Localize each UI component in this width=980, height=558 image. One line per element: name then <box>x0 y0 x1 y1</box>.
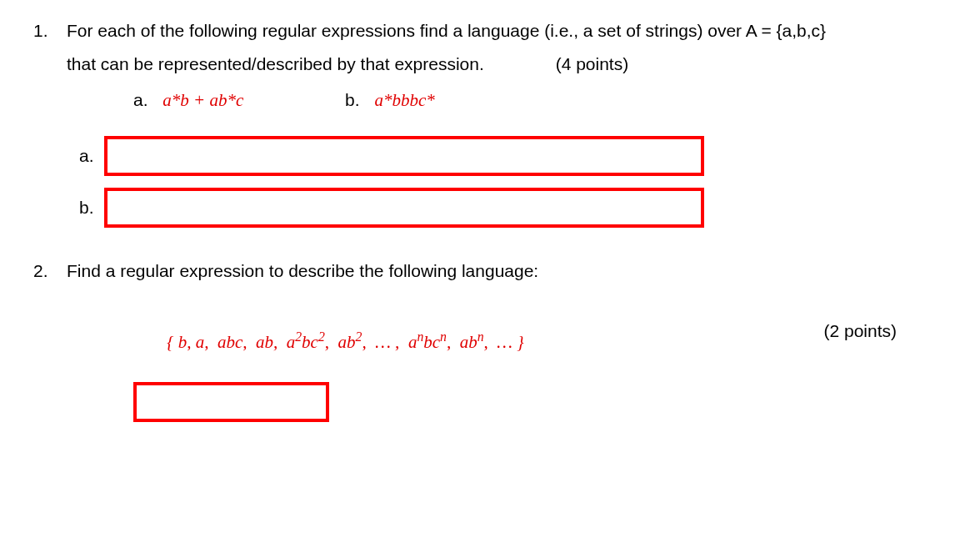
q1-answer-b-label: b. <box>79 194 104 222</box>
q1-text-line2-row: that can be represented/described by tha… <box>67 50 947 78</box>
question-2: 2. Find a regular expression to describe… <box>33 257 947 422</box>
q1-text-line2: that can be represented/described by tha… <box>67 54 484 73</box>
q1-header: 1. For each of the following regular exp… <box>33 17 947 45</box>
q1-part-a-regex: a*b + ab*c <box>162 90 243 110</box>
q1-answer-a-box[interactable] <box>104 136 704 176</box>
q1-text-line1: For each of the following regular expres… <box>67 17 947 45</box>
q1-points: (4 points) <box>556 50 629 78</box>
q2-number: 2. <box>33 257 67 285</box>
q2-text: Find a regular expression to describe th… <box>67 257 947 285</box>
q1-part-b-regex: a*bbbc* <box>374 90 434 110</box>
q1-part-b-label: b. <box>345 86 360 114</box>
q1-answer-a-label: a. <box>79 142 104 170</box>
q1-answer-area: a. b. <box>79 136 947 228</box>
q2-language-set: { b, a, abc, ab, a2bc2, ab2, … , anbcn, … <box>167 326 524 357</box>
q1-answer-a-row: a. <box>79 136 947 176</box>
q2-points: (2 points) <box>823 317 897 345</box>
q1-part-a-label: a. <box>133 86 148 114</box>
question-1: 1. For each of the following regular exp… <box>33 17 947 228</box>
q2-answer-box[interactable] <box>133 382 329 422</box>
q1-answer-b-row: b. <box>79 188 947 228</box>
q2-header: 2. Find a regular expression to describe… <box>33 257 947 285</box>
q2-language-row: { b, a, abc, ab, a2bc2, ab2, … , anbcn, … <box>33 305 947 357</box>
q1-subparts: a. a*b + ab*c b. a*bbbc* <box>133 86 947 115</box>
q1-number: 1. <box>33 17 67 45</box>
q1-answer-b-box[interactable] <box>104 188 704 228</box>
